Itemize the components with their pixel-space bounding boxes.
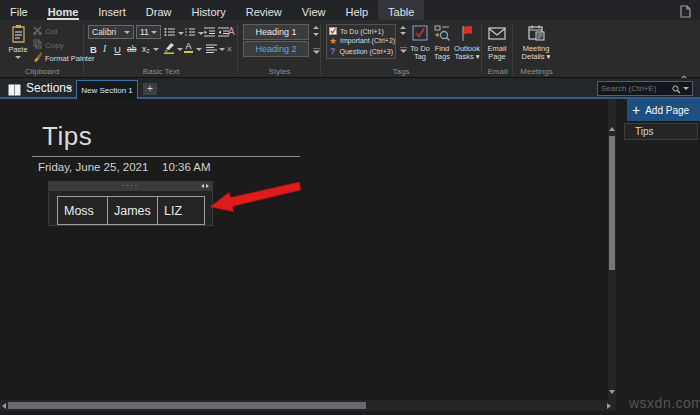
underline-button[interactable]: U	[114, 42, 121, 56]
copy-label: Copy	[45, 41, 64, 50]
search-icon[interactable]	[672, 80, 681, 98]
todo-tag-icon	[412, 24, 428, 42]
tags-scroll-up-icon	[400, 26, 406, 29]
tag-important-label: Important (Ctrl+2)	[340, 37, 395, 44]
table-cell[interactable]: James	[108, 197, 158, 225]
clipboard-icon	[11, 24, 26, 42]
note-container-header[interactable]: ····	[49, 182, 212, 191]
scroll-down-icon[interactable]	[609, 390, 615, 394]
calendar-icon	[528, 24, 545, 42]
font-color-caret-icon	[196, 48, 202, 51]
tags-gallery-scroll[interactable]	[398, 24, 408, 59]
paragraph-align-button[interactable]	[206, 42, 225, 56]
vertical-scrollbar-thumb[interactable]	[609, 136, 615, 270]
font-size-combo[interactable]: 11	[136, 25, 161, 39]
delete-button[interactable]: ✕	[226, 42, 233, 56]
tab-review[interactable]: Review	[236, 0, 292, 20]
page-list-item-tips[interactable]: Tips	[624, 123, 698, 140]
tab-view[interactable]: View	[292, 0, 336, 20]
numbered-list-icon	[184, 27, 195, 39]
font-color-bar-icon	[184, 51, 193, 53]
email-page-button[interactable]: Email Page	[482, 24, 512, 62]
drag-handle-dots[interactable]: ····	[49, 181, 212, 190]
ribbon-tab-bar: File Home Insert Draw History Review Vie…	[0, 0, 700, 20]
note-container[interactable]: ···· Moss James LIZ	[48, 181, 213, 226]
table-cell[interactable]: Moss	[58, 197, 108, 225]
decrease-indent-button[interactable]	[204, 27, 215, 39]
search-input[interactable]	[601, 84, 672, 93]
align-icon	[206, 44, 217, 55]
outlook-tasks-button[interactable]: Outlook Tasks ▾	[453, 24, 481, 62]
numbered-list-button[interactable]	[184, 27, 204, 39]
bold-button[interactable]: B	[90, 42, 97, 56]
scroll-left-icon[interactable]	[2, 403, 6, 409]
format-painter-label: Format Painter	[45, 54, 95, 63]
tab-table[interactable]: Table	[378, 0, 424, 20]
envelope-icon	[488, 24, 506, 42]
format-painter-button[interactable]: Format Painter	[33, 52, 95, 64]
font-name-combo[interactable]: Calibri	[88, 25, 134, 39]
add-page-button[interactable]: + Add Page	[627, 99, 700, 121]
vertical-scrollbar[interactable]	[608, 99, 616, 400]
table-row: Moss James LIZ	[58, 197, 205, 225]
add-section-button[interactable]: +	[143, 83, 157, 95]
highlight-button[interactable]	[163, 42, 183, 56]
strikethrough-button[interactable]: ab	[127, 42, 136, 56]
todo-tag-button[interactable]: To Do Tag	[409, 24, 431, 62]
paste-button[interactable]: Paste	[4, 24, 32, 59]
collapse-ribbon-icon[interactable]	[680, 66, 688, 71]
meeting-details-button[interactable]: Meeting Details ▾	[513, 24, 559, 62]
tab-home[interactable]: Home	[38, 0, 89, 20]
align-caret-icon	[219, 48, 225, 51]
page-canvas[interactable]: Tips Friday, June 25, 2021 10:36 AM ····…	[0, 99, 608, 415]
style-heading1[interactable]: Heading 1	[243, 24, 309, 40]
font-color-button[interactable]: A	[184, 42, 193, 56]
notebook-icon[interactable]	[8, 82, 21, 100]
nav-left-icon	[201, 184, 204, 188]
horizontal-scrollbar[interactable]	[0, 400, 616, 411]
onenote-window: File Home Insert Draw History Review Vie…	[0, 0, 700, 415]
content-table: Moss James LIZ	[57, 196, 205, 225]
subscript-button[interactable]: x₂	[142, 42, 159, 56]
style-heading2[interactable]: Heading 2	[243, 41, 309, 57]
red-annotation-arrow-icon	[205, 178, 307, 224]
svg-text:★: ★	[434, 31, 440, 38]
italic-button[interactable]: I	[103, 42, 106, 56]
tag-todo[interactable]: To Do (Ctrl+1)	[329, 27, 393, 36]
ribbon: Paste Cut Copy Format Painter Clipboard …	[0, 20, 700, 78]
clear-formatting-button[interactable]: A	[228, 24, 235, 38]
tab-help[interactable]: Help	[335, 0, 378, 20]
tab-draw[interactable]: Draw	[136, 0, 182, 20]
table-cell[interactable]: LIZ	[158, 197, 205, 225]
tags-gallery: To Do (Ctrl+1) ★ Important (Ctrl+2) ? Qu…	[326, 24, 396, 59]
heading1-label: Heading 1	[255, 27, 296, 37]
meeting-details-label: Meeting Details ▾	[522, 45, 551, 62]
title-divider	[32, 156, 300, 157]
tab-file[interactable]: File	[0, 0, 38, 20]
page-time: 10:36 AM	[162, 161, 211, 173]
horizontal-scrollbar-thumb[interactable]	[8, 402, 366, 409]
styles-scroll-buttons[interactable]	[311, 26, 321, 58]
search-scope-caret-icon[interactable]	[683, 87, 689, 90]
search-box	[597, 81, 693, 96]
cut-button[interactable]: Cut	[33, 26, 57, 37]
watermark: wsxdn.com	[629, 395, 700, 411]
outlook-tasks-label: Outlook Tasks ▾	[454, 45, 480, 62]
tags-more-icon	[400, 39, 407, 57]
font-color-caret[interactable]	[196, 42, 202, 56]
page-title[interactable]: Tips	[42, 121, 92, 152]
scroll-up-icon[interactable]	[609, 127, 615, 131]
font-name-caret-icon	[124, 31, 130, 34]
tag-important[interactable]: ★ Important (Ctrl+2)	[329, 37, 393, 45]
bullet-list-button[interactable]	[164, 27, 184, 39]
italic-icon: I	[103, 44, 106, 54]
styles-more-icon	[313, 40, 320, 58]
section-tab-new-section-1[interactable]: New Section 1	[76, 80, 138, 99]
scroll-right-icon[interactable]	[607, 403, 611, 409]
tab-history[interactable]: History	[181, 0, 235, 20]
cut-label: Cut	[45, 27, 57, 36]
tab-insert[interactable]: Insert	[88, 0, 136, 20]
copy-button[interactable]: Copy	[33, 39, 64, 51]
find-tags-button[interactable]: ★ Find Tags	[432, 24, 452, 62]
tag-question[interactable]: ? Question (Ctrl+3)	[329, 46, 393, 56]
